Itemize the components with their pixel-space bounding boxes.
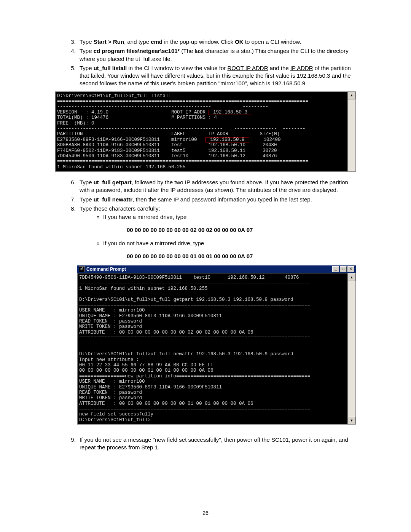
hex-not-mirrored: 00 00 00 00 00 00 00 00 01 00 01 00 00 0… <box>127 252 356 260</box>
step-8-intro: Type these characters carefully: <box>80 205 160 212</box>
terminal-listall: D:\Drivers\SC101\ut_full>ut_full listall… <box>55 91 356 172</box>
window-title: Command Prompt <box>86 266 126 272</box>
step-8-not-mirrored: If you do not have a mirrored drive, typ… <box>103 240 356 260</box>
step-4: Type cd program files\netgear\sc101* (Th… <box>77 47 356 63</box>
close-button[interactable]: × <box>347 266 354 272</box>
page-number: 26 <box>0 510 411 517</box>
step-8-mirrored: If you have a mirrored drive, type 00 00… <box>103 213 356 234</box>
root-ip-highlight: 192.168.50.3 <box>209 110 252 115</box>
minimize-button[interactable]: _ <box>332 266 339 272</box>
cmd-icon: c\ <box>79 266 85 272</box>
command-prompt-window: c\ Command Prompt _ □ × 7DD45490-9506-11… <box>77 265 356 425</box>
partition-ip-highlight: 192.168.50.9 <box>206 137 249 143</box>
maximize-button[interactable]: □ <box>340 266 347 272</box>
titlebar: c\ Command Prompt _ □ × <box>77 265 356 273</box>
terminal-listall-body: D:\Drivers\SC101\ut_full>ut_full listall… <box>55 91 348 172</box>
instruction-list: Type Start > Run, and type cmd in the po… <box>55 38 356 88</box>
step-6: Type ut_full getpart, followed by the tw… <box>77 179 356 194</box>
scroll-down-icon[interactable]: ▼ <box>348 417 355 424</box>
hex-mirrored: 00 00 00 00 00 00 00 00 02 00 02 00 00 0… <box>127 226 356 234</box>
step-5: Type ut_full listall in the CLI window t… <box>77 64 356 88</box>
scrollbar[interactable]: ▲ <box>348 91 356 172</box>
step-7: Type ut_full newattr, then the same IP a… <box>77 196 356 203</box>
step-8: Type these characters carefully: If you … <box>77 205 356 260</box>
step-3: Type Start > Run, and type cmd in the po… <box>77 38 356 46</box>
scroll-up-icon[interactable]: ▲ <box>348 92 355 99</box>
command-prompt-body: 7DD45490-9506-11DA-9183-00C09F510811 tes… <box>77 273 348 425</box>
step-8-sublist: If you have a mirrored drive, type 00 00… <box>80 213 356 260</box>
step-9: If you do not see a message "new field s… <box>77 436 356 452</box>
instruction-list-cont: Type ut_full getpart, followed by the tw… <box>55 179 356 260</box>
cmd-scrollbar[interactable]: ▲ ▼ <box>348 273 356 425</box>
instruction-list-final: If you do not see a message "new field s… <box>55 436 356 452</box>
scroll-up-icon[interactable]: ▲ <box>348 273 355 281</box>
